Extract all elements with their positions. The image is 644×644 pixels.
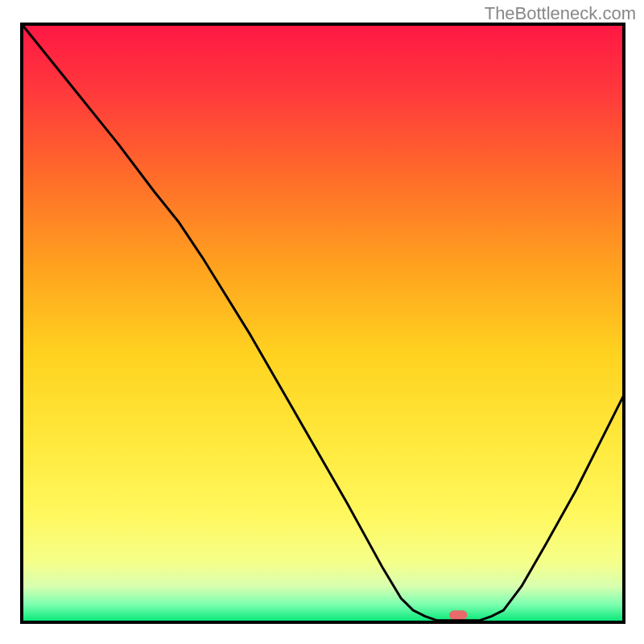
svg-rect-0 [22, 24, 624, 622]
bottleneck-chart [0, 0, 644, 644]
chart-container: TheBottleneck.com [0, 0, 644, 644]
optimal-marker [449, 610, 467, 620]
watermark-text: TheBottleneck.com [485, 3, 636, 24]
